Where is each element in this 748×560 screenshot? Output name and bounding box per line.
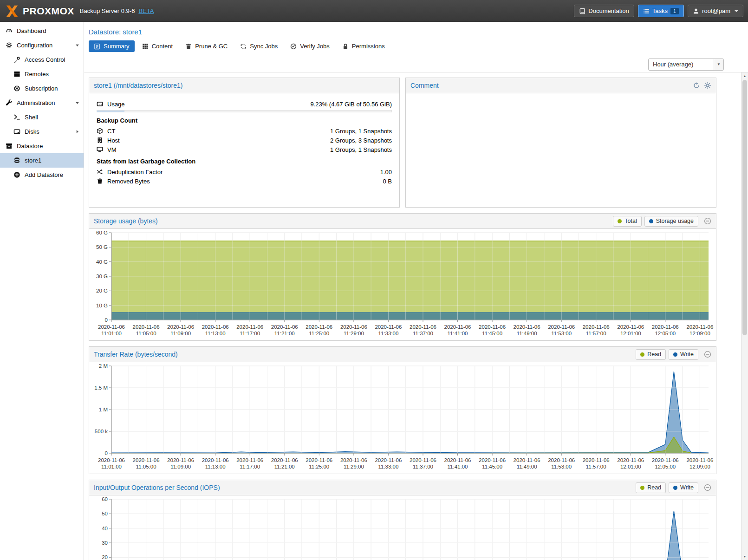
legend-toggle-read[interactable]: Read: [636, 349, 666, 360]
summary-row-removed-bytes: Removed Bytes0 B: [97, 176, 392, 186]
svg-text:2020-11-06: 2020-11-06: [548, 324, 575, 330]
caret-down-icon: [735, 10, 738, 12]
svg-text:11:33:00: 11:33:00: [378, 464, 398, 469]
svg-text:2020-11-06: 2020-11-06: [340, 324, 367, 330]
sidebar-item-subscription[interactable]: Subscription: [0, 81, 84, 96]
svg-text:2020-11-06: 2020-11-06: [444, 457, 471, 463]
svg-text:2020-11-06: 2020-11-06: [410, 457, 436, 463]
row-label: Host: [107, 137, 120, 144]
top-header: PROXMOX Backup Server 0.9-6 BETA Documen…: [0, 0, 748, 22]
svg-text:2020-11-06: 2020-11-06: [271, 457, 298, 463]
grid-icon: [142, 43, 149, 50]
database-icon: [13, 157, 20, 164]
svg-text:2020-11-06: 2020-11-06: [583, 457, 610, 463]
svg-text:11:21:00: 11:21:00: [274, 331, 295, 336]
legend-toggle-write[interactable]: Write: [669, 482, 698, 493]
legend-color-dot: [673, 486, 677, 490]
row-value: 1 Groups, 1 Snapshots: [330, 146, 392, 153]
svg-text:11:37:00: 11:37:00: [413, 331, 433, 336]
tab-prune-gc[interactable]: Prune & GC: [180, 40, 233, 52]
tab-content[interactable]: Content: [137, 40, 178, 52]
caret-down-icon: [75, 43, 80, 48]
row-label: Removed Bytes: [107, 178, 150, 185]
page-title: Datastore: store1: [84, 22, 748, 40]
svg-text:11:53:00: 11:53:00: [551, 331, 572, 336]
svg-text:2020-11-06: 2020-11-06: [306, 457, 332, 463]
svg-text:30: 30: [102, 540, 108, 546]
legend-toggle-read[interactable]: Read: [636, 482, 666, 493]
svg-text:11:53:00: 11:53:00: [551, 464, 572, 469]
svg-text:12:01:00: 12:01:00: [620, 331, 641, 336]
gear-icon[interactable]: [704, 82, 711, 89]
sidebar-item-access-control[interactable]: Access Control: [0, 52, 84, 67]
svg-text:2020-11-06: 2020-11-06: [375, 324, 402, 330]
svg-text:11:17:00: 11:17:00: [240, 464, 260, 469]
svg-text:11:57:00: 11:57:00: [586, 464, 606, 469]
sidebar-item-shell[interactable]: Shell: [0, 110, 84, 124]
scroll-down-button[interactable]: ▼: [741, 553, 748, 560]
legend-label: Write: [680, 351, 694, 358]
svg-text:12:01:00: 12:01:00: [620, 464, 641, 469]
terminal-icon: [13, 114, 20, 121]
svg-text:2020-11-06: 2020-11-06: [652, 324, 679, 330]
svg-text:2020-11-06: 2020-11-06: [686, 324, 713, 330]
tab-label: Summary: [104, 43, 130, 50]
svg-text:2020-11-06: 2020-11-06: [686, 457, 713, 463]
svg-text:2020-11-06: 2020-11-06: [167, 457, 194, 463]
legend-toggle-storage-usage[interactable]: Storage usage: [644, 216, 698, 227]
scroll-up-button[interactable]: ▲: [741, 72, 748, 79]
svg-text:11:01:00: 11:01:00: [101, 331, 122, 336]
verify-icon: [290, 43, 297, 50]
time-range-select[interactable]: Hour (average) ▼: [648, 59, 724, 71]
legend-toggle-total[interactable]: Total: [613, 216, 641, 227]
key-icon: [13, 56, 20, 63]
svg-text:1 M: 1 M: [99, 407, 108, 412]
transfer-rate-chart: 0500 k1 M1.5 M2 M2020-11-0611:01:002020-…: [89, 362, 716, 474]
collapse-icon[interactable]: [704, 217, 711, 225]
svg-text:2020-11-06: 2020-11-06: [340, 457, 367, 463]
iops-chart: 01020304050602020-11-0611:01:002020-11-0…: [89, 495, 716, 560]
transfer-rate-chart-header: Transfer Rate (bytes/second) ReadWrite: [89, 347, 716, 362]
svg-text:11:29:00: 11:29:00: [344, 464, 364, 469]
sidebar-item-label: Remotes: [25, 71, 80, 78]
sidebar-item-remotes[interactable]: Remotes: [0, 67, 84, 81]
user-menu-button[interactable]: root@pam: [688, 5, 743, 17]
app-title: Backup Server 0.9-6: [80, 7, 135, 14]
reload-icon[interactable]: [693, 82, 700, 89]
sidebar-item-disks[interactable]: Disks: [0, 124, 84, 139]
tab-permissions[interactable]: Permissions: [337, 40, 390, 52]
gears-icon: [6, 42, 13, 49]
sidebar-item-store1[interactable]: store1: [0, 153, 84, 168]
tab-verify-jobs[interactable]: Verify Jobs: [285, 40, 335, 52]
row-value: 2 Groups, 3 Snapshots: [330, 137, 392, 144]
legend-toggle-write[interactable]: Write: [669, 349, 698, 360]
tasks-list-icon: [643, 8, 650, 14]
tab-summary[interactable]: Summary: [89, 40, 135, 52]
svg-text:0: 0: [105, 450, 108, 456]
documentation-button[interactable]: Documentation: [574, 5, 634, 17]
vertical-scrollbar[interactable]: ▲ ▼: [741, 72, 748, 560]
tasks-button[interactable]: Tasks 1: [638, 5, 684, 17]
tab-sync-jobs[interactable]: Sync Jobs: [235, 40, 283, 52]
sidebar-item-dashboard[interactable]: Dashboard: [0, 24, 84, 38]
iops-chart-title: Input/Output Operations per Second (IOPS…: [94, 484, 632, 491]
sidebar-item-label: Configuration: [17, 42, 71, 49]
summary-row-ct: CT1 Groups, 1 Snapshots: [97, 126, 392, 136]
legend-color-dot: [673, 352, 677, 357]
beta-link[interactable]: BETA: [138, 7, 154, 14]
collapse-icon[interactable]: [704, 351, 711, 358]
sidebar-item-configuration[interactable]: Configuration: [0, 38, 84, 52]
scrollbar-thumb[interactable]: [742, 80, 747, 335]
main-area: Datastore: store1 SummaryContentPrune & …: [84, 22, 748, 560]
svg-text:20 G: 20 G: [96, 288, 108, 293]
sidebar-item-administration[interactable]: Administration: [0, 96, 84, 110]
sidebar-item-datastore[interactable]: Datastore: [0, 139, 84, 153]
collapse-icon[interactable]: [704, 484, 711, 491]
svg-text:2020-11-06: 2020-11-06: [202, 324, 229, 330]
svg-text:2020-11-06: 2020-11-06: [133, 324, 160, 330]
brand-wordmark: PROXMOX: [23, 6, 74, 17]
svg-text:2020-11-06: 2020-11-06: [548, 457, 575, 463]
sidebar-item-add-datastore[interactable]: Add Datastore: [0, 168, 84, 182]
summary-panel-body: Usage 9.23% (4.67 GiB of 50.56 GiB) Back…: [89, 93, 399, 192]
svg-text:11:01:00: 11:01:00: [101, 464, 122, 469]
